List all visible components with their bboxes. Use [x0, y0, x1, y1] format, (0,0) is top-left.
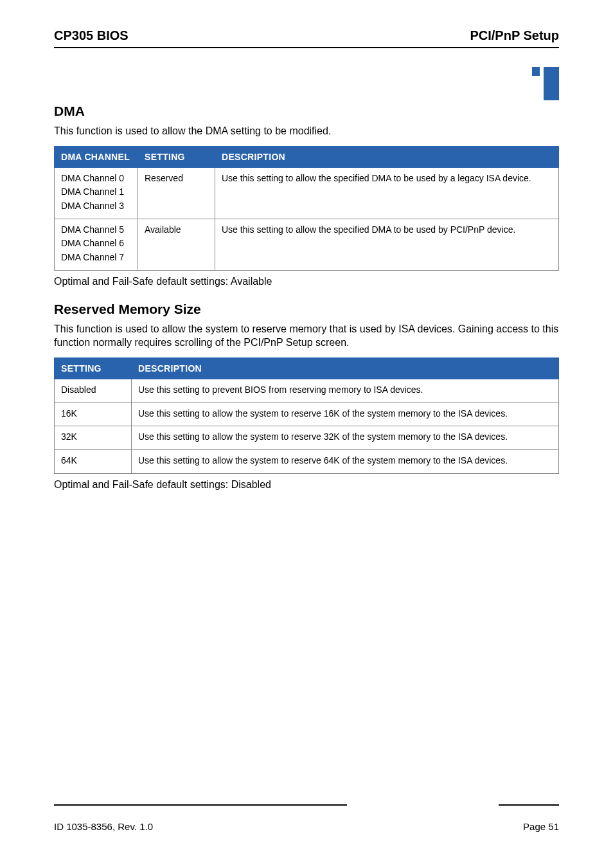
mem-cell-setting: 16K	[55, 402, 132, 426]
footer-left: ID 1035-8356, Rev. 1.0	[54, 821, 153, 832]
table-row: 16K Use this setting to allow the system…	[55, 402, 559, 426]
table-header-row: DMA CHANNEL SETTING DESCRIPTION	[55, 146, 559, 167]
dma-th-setting: SETTING	[138, 146, 215, 167]
mem-cell-desc: Use this setting to allow the system to …	[132, 426, 559, 450]
dma-lead: This function is used to allow the DMA s…	[54, 124, 559, 138]
mem-cell-setting: 64K	[55, 449, 132, 473]
mem-cell-setting: 32K	[55, 426, 132, 450]
dma-table: DMA CHANNEL SETTING DESCRIPTION DMA Chan…	[54, 146, 559, 271]
mem-th-description: DESCRIPTION	[132, 357, 559, 379]
mem-cell-desc: Use this setting to allow the system to …	[132, 449, 559, 473]
table-header-row: SETTING DESCRIPTION	[55, 357, 559, 379]
table-row: DMA Channel 5 DMA Channel 6 DMA Channel …	[55, 219, 559, 270]
mem-table: SETTING DESCRIPTION Disabled Use this se…	[54, 357, 559, 474]
dma-cell-channel: DMA Channel 5 DMA Channel 6 DMA Channel …	[55, 219, 138, 270]
dma-note: Optimal and Fail-Safe default settings: …	[54, 276, 559, 287]
dma-cell-setting: Reserved	[138, 167, 215, 219]
table-row: DMA Channel 0 DMA Channel 1 DMA Channel …	[55, 167, 559, 219]
dma-cell-desc: Use this setting to allow the specified …	[215, 167, 559, 219]
page-content: DMA This function is used to allow the D…	[54, 77, 559, 491]
mem-heading: Reserved Memory Size	[54, 302, 559, 317]
table-row: 32K Use this setting to allow the system…	[55, 426, 559, 450]
mem-lead: This function is used to allow the syste…	[54, 322, 559, 350]
page-footer: ID 1035-8356, Rev. 1.0 Page 51	[54, 804, 559, 832]
header-rule	[54, 47, 559, 48]
header-left: CP305 BIOS	[54, 28, 129, 43]
mem-note: Optimal and Fail-Safe default settings: …	[54, 479, 559, 491]
page-header: CP305 BIOS PCI/PnP Setup	[54, 28, 559, 47]
mem-cell-desc: Use this setting to prevent BIOS from re…	[132, 379, 559, 402]
footer-rule	[54, 804, 559, 812]
dma-cell-desc: Use this setting to allow the specified …	[215, 219, 559, 270]
mem-cell-desc: Use this setting to allow the system to …	[132, 402, 559, 426]
footer-right: Page 51	[523, 821, 559, 832]
dma-cell-setting: Available	[138, 219, 215, 270]
header-right: PCI/PnP Setup	[470, 28, 559, 43]
table-row: Disabled Use this setting to prevent BIO…	[55, 379, 559, 402]
dma-cell-channel: DMA Channel 0 DMA Channel 1 DMA Channel …	[55, 167, 138, 219]
mem-cell-setting: Disabled	[55, 379, 132, 402]
mem-th-setting: SETTING	[55, 357, 132, 379]
corner-logo-icon	[523, 67, 559, 100]
dma-th-description: DESCRIPTION	[215, 146, 559, 167]
dma-heading: DMA	[54, 104, 559, 119]
table-row: 64K Use this setting to allow the system…	[55, 449, 559, 473]
dma-th-channel: DMA CHANNEL	[55, 146, 138, 167]
